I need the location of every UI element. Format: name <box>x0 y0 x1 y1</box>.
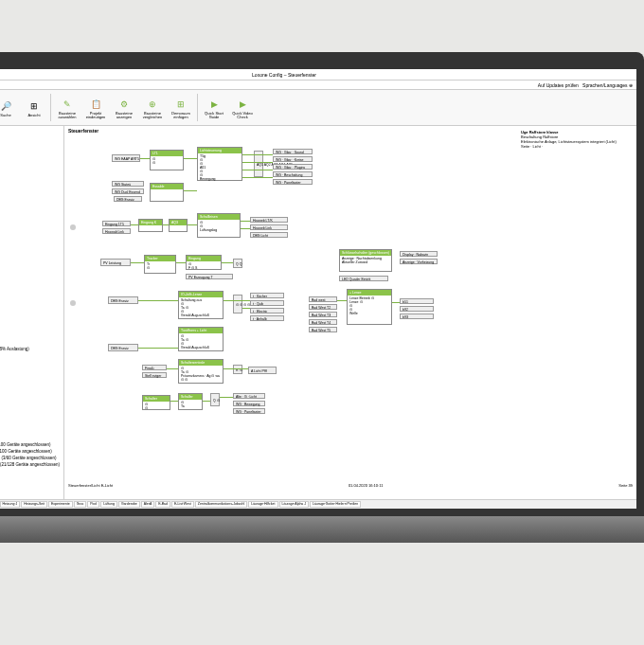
toolbar-btn-10[interactable]: ▶Quick Video Check <box>229 92 256 124</box>
tree-item[interactable] <box>0 243 62 250</box>
tree-item[interactable] <box>0 203 62 209</box>
tree-item[interactable] <box>0 284 62 291</box>
function-block[interactable]: WG · Gbar · Plugins <box>273 164 313 170</box>
function-block[interactable]: Eingang⊙F ⊙ S <box>186 255 222 270</box>
tree-item[interactable]: ...ates via App <box>0 264 62 271</box>
tree-item[interactable] <box>0 149 62 155</box>
page-tab[interactable]: Heizung·J <box>0 501 20 508</box>
tree-item[interactable] <box>0 305 62 312</box>
tree-item[interactable] <box>0 250 62 257</box>
tree-item[interactable] <box>0 312 62 318</box>
tree-item[interactable]: .RC6 (Loxone Tree Extension) (20/100 Ger… <box>0 448 62 455</box>
toolbar-btn-7[interactable]: ⊕Bausteine vergleichen <box>139 92 166 124</box>
function-block[interactable]: b51 <box>400 298 434 304</box>
function-block[interactable]: Schallleisen⊙⊙Lüftungslog <box>197 213 241 238</box>
tree-item[interactable] <box>0 318 62 325</box>
page-tab[interactable]: E-List·West <box>171 501 194 508</box>
tree-item[interactable] <box>0 141 62 148</box>
tree-item[interactable]: .RC5 (Loxone Relay Extension) <box>0 434 62 440</box>
function-block[interactable]: WG Stateü <box>112 181 144 187</box>
page-tab[interactable]: Läurage·Hilfcket <box>248 501 277 508</box>
tree-item[interactable]: ...Verbindav Ambav <box>0 237 62 243</box>
function-block[interactable]: WG · Bewegung <box>233 401 265 406</box>
function-block[interactable]: Essable <box>150 183 184 202</box>
function-block[interactable]: DBG Licht <box>250 232 288 238</box>
page-tab[interactable]: E-Bad <box>155 501 170 508</box>
tree-item[interactable] <box>0 224 62 230</box>
toolbar-btn-3[interactable]: ⊞Ansicht <box>21 92 47 124</box>
tree-item[interactable]: .POI (Loxone Intercom Extension) · (3/60… <box>0 455 62 461</box>
function-block[interactable]: A Licht Pfff <box>248 367 277 374</box>
toolbar-btn-8[interactable]: ⊞Demoraum einfügen <box>168 92 194 124</box>
function-block[interactable]: t · Quib <box>250 300 284 306</box>
function-block[interactable]: b93 <box>400 314 434 319</box>
function-block[interactable]: t · Electric <box>250 308 284 314</box>
function-block[interactable]: Stell eviger <box>142 372 167 378</box>
tree-item[interactable]: ...gruppen <box>0 407 62 414</box>
tree-item[interactable]: ...gänge <box>0 359 62 366</box>
function-block[interactable]: PV Leistung <box>100 259 131 266</box>
page-tab[interactable]: Pool <box>87 501 99 508</box>
tree-item[interactable]: ...gänge <box>0 367 62 373</box>
tree-item[interactable] <box>0 128 62 134</box>
tree-item[interactable]: ...gänge <box>0 373 62 380</box>
tree-item[interactable] <box>0 325 62 331</box>
tree-item[interactable] <box>0 134 62 141</box>
toolbar-btn-5[interactable]: 📋Projekt eindeutigen <box>82 92 109 124</box>
function-block[interactable]: Bad west <box>309 296 337 302</box>
lang-link[interactable]: Sprachen/Languages <box>582 82 628 88</box>
function-block[interactable]: Hasweb LT/K <box>250 217 288 223</box>
toolbar-btn-9[interactable]: ▶Quick Start Guide <box>201 92 227 124</box>
function-block[interactable]: Q ⊙ <box>210 393 220 406</box>
function-block[interactable]: Bad West T4 <box>309 319 337 325</box>
tree-item[interactable]: ...niservern (Netz 2 MAX P1G1) · 58% Aus… <box>0 346 62 352</box>
tree-item[interactable]: ...ig ändern <box>0 271 62 278</box>
tree-item[interactable] <box>0 278 62 284</box>
function-block[interactable]: Schalterzentrale⊙Ta ⊙Präsenzkamera · Ag … <box>178 359 224 384</box>
function-block[interactable]: WG · Paneltaster <box>273 179 313 185</box>
function-block[interactable]: PV Erzeugung T <box>186 274 233 279</box>
tree-item[interactable]: ...gänge <box>0 380 62 386</box>
function-block[interactable]: + LenzeLenze Betrieb ⊙Lenze ⊙⊙⊙Welle <box>347 289 392 325</box>
bottom-tabs[interactable]: AHU DisplayRaffstorHeizung· JHeizung·JHe… <box>0 499 636 509</box>
page-tab[interactable]: Läurage·Alpha J <box>279 501 310 508</box>
function-block[interactable]: WG · Gbar · Kreise <box>273 156 313 162</box>
tree-item[interactable] <box>0 292 62 298</box>
tree-item[interactable]: ...ung <box>0 169 62 175</box>
function-block[interactable]: IO-Jaffr-LenzeSchaltung aus⊙Ta ⊙⊙Gerald … <box>178 291 224 319</box>
function-block[interactable]: Bad West T5 <box>309 327 337 332</box>
tree-item[interactable] <box>0 189 62 196</box>
tree-item[interactable]: ...ahrung <box>0 175 62 182</box>
function-block[interactable]: WG · Beschattung <box>273 171 313 177</box>
function-block[interactable]: b92 <box>400 306 434 312</box>
function-block[interactable]: Finalü <box>142 365 167 370</box>
tree-item[interactable]: ...gänge <box>0 386 62 393</box>
function-block[interactable]: AQ3 <box>169 219 188 232</box>
tree-item[interactable]: ...ion <box>0 230 62 237</box>
function-block[interactable]: Hasweb Link <box>250 224 288 230</box>
function-block[interactable]: t · Köcher <box>250 293 284 298</box>
function-block[interactable]: TrackerTr⊙ <box>144 255 176 274</box>
tree-item[interactable]: ...ile App <box>0 258 62 264</box>
tree-item[interactable] <box>0 332 62 339</box>
tree-item[interactable]: RC6 (Loxone Tree Extension) (72/100 Gerä… <box>0 441 62 448</box>
tree-item[interactable] <box>0 196 62 203</box>
tree-item[interactable] <box>0 162 62 169</box>
page-tab[interactable]: Heizungs-Seit <box>21 501 47 508</box>
function-block[interactable]: WG EAAP ART5 <box>112 154 140 162</box>
tree-item[interactable] <box>0 339 62 346</box>
page-dot[interactable] <box>70 300 76 306</box>
function-block[interactable]: t · Anhalb <box>250 315 284 321</box>
function-block[interactable]: WG · Paneltaster <box>233 408 265 414</box>
function-block[interactable]: LichtsteuerungT5g⊙⊙A01⊙⊙Bewegung <box>197 147 242 181</box>
page-tab[interactable]: AlerA <box>141 501 155 508</box>
tree-item[interactable] <box>0 414 62 421</box>
function-block[interactable]: Eingang 1T5 <box>102 221 131 226</box>
tree-item[interactable] <box>0 427 62 434</box>
page-tab[interactable]: Zentralkommunikations-Jobzahl <box>195 501 247 508</box>
page-tab[interactable]: Lüftung <box>100 501 117 508</box>
function-block[interactable]: Bad West T2 <box>309 304 337 310</box>
function-block[interactable]: Display · Nabavin <box>400 251 438 257</box>
tree-item[interactable]: ...erwaltung <box>0 216 62 223</box>
tree-item[interactable]: .POI (Loxone 1-Wire Extension) <box>0 468 62 475</box>
